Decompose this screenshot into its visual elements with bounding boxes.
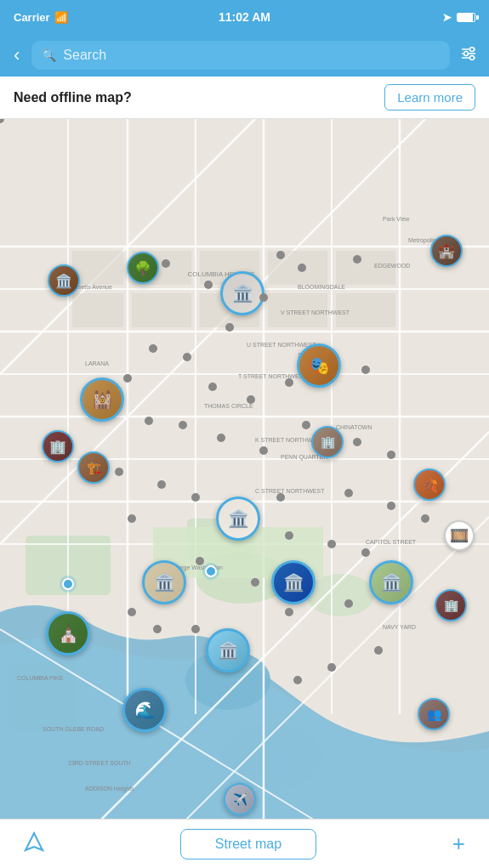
svg-text:BLOOMINGDALE: BLOOMINGDALE xyxy=(298,284,345,290)
marker-performers[interactable]: 🎭 xyxy=(297,343,341,388)
marker-museum-blue[interactable]: 🏛️ xyxy=(271,560,316,604)
add-button[interactable]: + xyxy=(446,827,472,860)
search-bar: ‹ 🔍 xyxy=(0,34,489,77)
filter-icon[interactable] xyxy=(457,43,480,67)
gray-dot-38[interactable] xyxy=(153,625,162,633)
gray-dot-4[interactable] xyxy=(353,255,361,264)
gray-dot-3[interactable] xyxy=(298,264,306,272)
back-button[interactable]: ‹ xyxy=(9,41,25,70)
gray-dot-16[interactable] xyxy=(145,417,153,425)
gray-dot-22[interactable] xyxy=(387,451,395,459)
gray-dot-21[interactable] xyxy=(353,438,361,446)
marker-right-small[interactable]: 🏢 xyxy=(435,589,467,621)
svg-rect-39 xyxy=(72,293,123,327)
gray-dot-42[interactable] xyxy=(327,663,336,672)
svg-text:23RD STREET SOUTH: 23RD STREET SOUTH xyxy=(68,760,131,766)
svg-text:SOUTH GLEBE ROAD: SOUTH GLEBE ROAD xyxy=(43,726,104,732)
marker-arlington[interactable]: ⛪ xyxy=(46,611,90,655)
time-display: 11:02 AM xyxy=(219,10,270,24)
marker-airport[interactable]: ✈️ xyxy=(224,783,256,815)
marker-fall-trees[interactable]: 🍂 xyxy=(413,468,446,501)
gray-dot-20[interactable] xyxy=(302,421,310,429)
svg-text:THOMAS CIRCLE: THOMAS CIRCLE xyxy=(204,403,253,409)
gray-dot-5[interactable] xyxy=(204,281,213,289)
blue-dot-1 xyxy=(62,578,74,590)
marker-capitol[interactable]: 🏛️ xyxy=(369,560,413,604)
gray-dot-18[interactable] xyxy=(217,434,225,442)
marker-castle[interactable]: 🏰 xyxy=(430,235,463,267)
gray-dot-39[interactable] xyxy=(285,608,293,616)
offline-text: Need offline map? xyxy=(14,90,132,105)
marker-interior[interactable]: 🕍 xyxy=(80,377,124,422)
learn-more-button[interactable]: Learn more xyxy=(384,84,475,111)
gray-dot-7[interactable] xyxy=(225,323,234,332)
svg-text:T STREET NORTHWEST: T STREET NORTHWEST xyxy=(238,373,307,379)
marker-camera[interactable]: 🎞️ xyxy=(444,520,475,551)
gray-dot-27[interactable] xyxy=(344,489,353,497)
blue-dot-2 xyxy=(205,565,217,577)
gray-dot-33[interactable] xyxy=(361,548,370,557)
search-input-wrapper[interactable]: 🔍 xyxy=(31,41,450,70)
marker-brown-building[interactable]: 🏗️ xyxy=(77,451,110,484)
marker-waterfall[interactable]: 🌊 xyxy=(122,688,167,732)
marker-white-house[interactable]: 🏛️ xyxy=(216,496,260,541)
gray-dot-34[interactable] xyxy=(196,557,204,565)
svg-point-3 xyxy=(470,48,475,52)
svg-text:ADDISON Heights: ADDISON Heights xyxy=(85,786,134,792)
gray-dot-31[interactable] xyxy=(285,531,293,540)
gray-dot-32[interactable] xyxy=(327,540,336,548)
search-input[interactable] xyxy=(63,48,440,63)
svg-text:CHINATOWN: CHINATOWN xyxy=(336,424,372,430)
gray-dot-14[interactable] xyxy=(285,378,293,387)
marker-lincoln-memorial[interactable]: 🏛️ xyxy=(142,560,186,604)
app-container: Carrier 📶 11:02 AM ➤ ‹ 🔍 Need o xyxy=(0,0,489,836)
svg-point-5 xyxy=(470,56,475,60)
gray-dot-6[interactable] xyxy=(259,293,268,302)
gray-dot-29[interactable] xyxy=(421,514,429,523)
gray-dot-43[interactable] xyxy=(293,676,302,684)
offline-banner: Need offline map? Learn more xyxy=(0,77,489,119)
svg-text:COLUMBIA PIKE: COLUMBIA PIKE xyxy=(17,675,63,681)
location-nav-icon[interactable] xyxy=(17,825,51,864)
gray-dot-1[interactable] xyxy=(162,259,170,268)
marker-right-building[interactable]: 🏢 xyxy=(311,426,344,458)
svg-text:NAVY YARD: NAVY YARD xyxy=(383,624,416,630)
status-bar: Carrier 📶 11:02 AM ➤ xyxy=(0,0,489,34)
gray-dot-13[interactable] xyxy=(247,395,255,404)
marker-building-center[interactable]: 🏛️ xyxy=(220,271,264,315)
battery-icon xyxy=(457,13,475,22)
gray-dot-37[interactable] xyxy=(128,608,136,616)
marker-jefferson[interactable]: 🏛️ xyxy=(206,628,250,672)
svg-rect-40 xyxy=(132,293,191,327)
gray-dot-26[interactable] xyxy=(276,493,285,502)
gray-dot-35[interactable] xyxy=(251,578,259,587)
gray-dot-36[interactable] xyxy=(344,599,353,608)
gray-dot-2[interactable] xyxy=(276,251,285,259)
svg-text:CAPITOL STREET: CAPITOL STREET xyxy=(366,539,417,545)
marker-crowd[interactable]: 👥 xyxy=(418,698,450,730)
gray-dot-19[interactable] xyxy=(259,446,268,455)
gray-dot-12[interactable] xyxy=(208,383,217,391)
gray-dot-11[interactable] xyxy=(123,374,132,383)
svg-point-4 xyxy=(464,52,469,56)
marker-church[interactable]: 🏛️ xyxy=(48,264,80,297)
gray-dot-15[interactable] xyxy=(361,366,370,374)
street-map-button[interactable]: Street map xyxy=(180,829,316,859)
gray-dot-28[interactable] xyxy=(387,502,395,510)
wifi-icon: 📶 xyxy=(54,11,68,24)
gray-dot-10[interactable] xyxy=(183,353,191,361)
marker-trees[interactable]: 🌳 xyxy=(127,252,159,284)
map-area[interactable]: COLUMBIA HEIGHTS V STREET NORTHWEST U ST… xyxy=(0,119,489,836)
gray-dot-9[interactable] xyxy=(149,344,157,353)
gray-dot-24[interactable] xyxy=(157,480,166,489)
gray-dot-23[interactable] xyxy=(115,468,123,476)
gray-dot-30[interactable] xyxy=(128,514,136,523)
marker-red-building[interactable]: 🏢 xyxy=(42,430,74,462)
location-icon: ➤ xyxy=(442,11,452,24)
gray-dot-25[interactable] xyxy=(191,493,200,502)
gray-dot-17[interactable] xyxy=(179,421,187,429)
gray-dot-41[interactable] xyxy=(374,646,383,655)
carrier-label: Carrier xyxy=(14,11,50,24)
bottom-bar: Street map + xyxy=(0,819,489,868)
gray-dot-40[interactable] xyxy=(191,625,200,633)
